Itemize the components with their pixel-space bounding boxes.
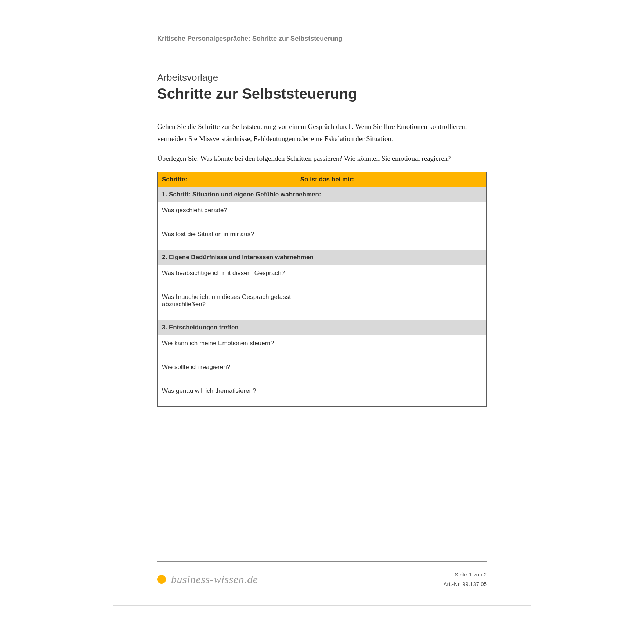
footer-divider: [157, 561, 487, 562]
question-cell: Was geschieht gerade?: [158, 202, 296, 226]
footer-meta: Seite 1 von 2 Art.-Nr. 99.137.05: [444, 570, 487, 589]
brand-name: business-wissen.de: [171, 573, 258, 586]
answer-cell[interactable]: [296, 265, 486, 289]
answer-cell[interactable]: [296, 202, 486, 226]
page-footer: business-wissen.de Seite 1 von 2 Art.-Nr…: [157, 561, 487, 589]
answer-cell[interactable]: [296, 289, 486, 320]
question-cell: Was genau will ich thematisieren?: [158, 383, 296, 406]
question-cell: Wie sollte ich reagieren?: [158, 359, 296, 383]
table-row: Was geschieht gerade?: [158, 202, 487, 226]
brand-logo: business-wissen.de: [157, 573, 258, 586]
answer-cell[interactable]: [296, 226, 486, 250]
worksheet-table: Schritte: So ist das bei mir: 1. Schritt…: [157, 172, 487, 407]
intro-paragraph-1: Gehen Sie die Schritte zur Selbststeueru…: [157, 120, 487, 145]
intro-text: Gehen Sie die Schritte zur Selbststeueru…: [157, 120, 487, 164]
section-heading-1: 1. Schritt: Situation und eigene Gefühle…: [158, 187, 487, 202]
document-subtitle: Arbeitsvorlage: [157, 72, 487, 83]
answer-cell[interactable]: [296, 335, 486, 359]
table-row: Wie kann ich meine Emotionen steuern?: [158, 335, 487, 359]
table-header-response: So ist das bei mir:: [296, 172, 486, 187]
section-heading-2: 2. Eigene Bedürfnisse und Interessen wah…: [158, 250, 487, 265]
table-row: Was genau will ich thematisieren?: [158, 383, 487, 406]
question-cell: Wie kann ich meine Emotionen steuern?: [158, 335, 296, 359]
document-header: Kritische Personalgespräche: Schritte zu…: [157, 35, 487, 43]
answer-cell[interactable]: [296, 383, 486, 406]
table-row: Was beabsichtige ich mit diesem Gespräch…: [158, 265, 487, 289]
question-cell: Was brauche ich, um dieses Gespräch gefa…: [158, 289, 296, 320]
section-heading-3: 3. Entscheidungen treffen: [158, 320, 487, 335]
document-title: Schritte zur Selbststeuerung: [157, 86, 487, 102]
question-cell: Was löst die Situation in mir aus?: [158, 226, 296, 250]
page-number: Seite 1 von 2: [444, 570, 487, 579]
table-row: Wie sollte ich reagieren?: [158, 359, 487, 383]
table-row: Was löst die Situation in mir aus?: [158, 226, 487, 250]
intro-paragraph-2: Überlegen Sie: Was könnte bei den folgen…: [157, 152, 487, 164]
table-header-steps: Schritte:: [158, 172, 296, 187]
document-page: Kritische Personalgespräche: Schritte zu…: [113, 11, 531, 606]
article-number: Art.-Nr. 99.137.05: [444, 579, 487, 589]
table-row: Was brauche ich, um dieses Gespräch gefa…: [158, 289, 487, 320]
brand-dot-icon: [157, 575, 166, 584]
answer-cell[interactable]: [296, 359, 486, 383]
question-cell: Was beabsichtige ich mit diesem Gespräch…: [158, 265, 296, 289]
